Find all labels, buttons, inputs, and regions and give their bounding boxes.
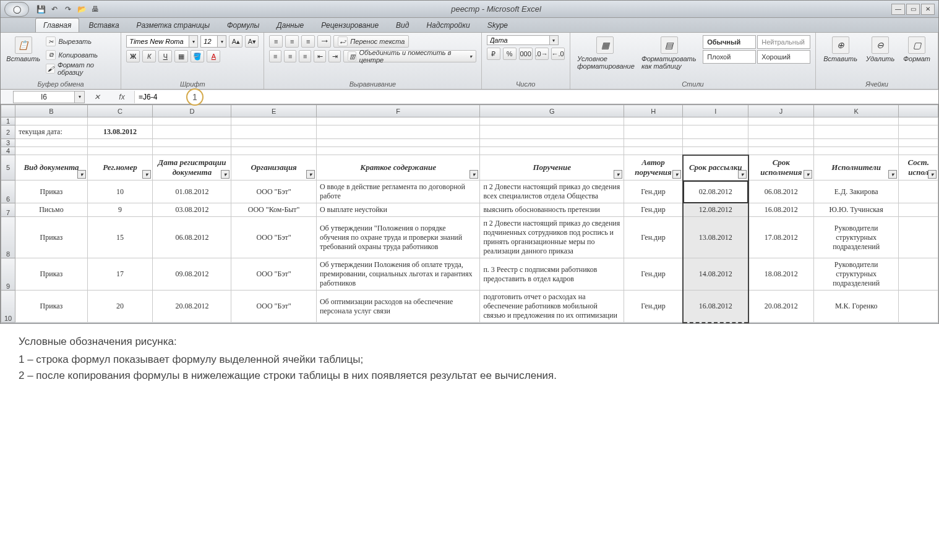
column-header[interactable]: K: [813, 105, 899, 117]
row-header[interactable]: 6: [1, 180, 15, 203]
cell[interactable]: [624, 117, 683, 125]
cell[interactable]: ООО "Ком-Быт": [231, 203, 317, 217]
format-cells-button[interactable]: ▢Формат: [901, 35, 933, 64]
table-header[interactable]: Дата регистрации документа▾: [153, 155, 231, 180]
cell[interactable]: [153, 139, 231, 147]
fill-color-button[interactable]: 🪣: [191, 50, 204, 62]
cell[interactable]: 18.08.2012: [748, 258, 814, 291]
align-middle-button[interactable]: ≡: [285, 35, 299, 48]
align-right-button[interactable]: ≡: [299, 50, 311, 62]
minimize-button[interactable]: —: [891, 4, 905, 15]
cell[interactable]: [153, 117, 231, 125]
decrease-font-button[interactable]: A▾: [245, 35, 259, 48]
column-header[interactable]: C: [87, 105, 153, 117]
cell[interactable]: Руководители структурных подразделений: [813, 258, 899, 291]
cell[interactable]: [480, 117, 624, 125]
cell[interactable]: [748, 125, 814, 139]
column-header[interactable]: I: [683, 105, 748, 117]
column-header[interactable]: E: [231, 105, 317, 117]
row-header[interactable]: 3: [1, 139, 15, 147]
qat-redo[interactable]: ↷: [62, 4, 74, 15]
cell[interactable]: [15, 139, 87, 147]
filter-icon[interactable]: ▾: [672, 170, 681, 179]
filter-icon[interactable]: ▾: [614, 170, 622, 179]
cell[interactable]: Приказ: [15, 291, 87, 323]
cell[interactable]: Ген.дир: [624, 258, 683, 291]
font-size-combo[interactable]: ▾: [200, 35, 226, 48]
cell[interactable]: М.К. Горенко: [813, 291, 899, 323]
cell[interactable]: 20.08.2012: [153, 291, 231, 323]
align-center-button[interactable]: ≡: [284, 50, 296, 62]
cell[interactable]: 17: [87, 258, 153, 291]
cell[interactable]: [813, 147, 899, 155]
cell[interactable]: 17.08.2012: [748, 217, 814, 258]
cell[interactable]: [153, 125, 231, 139]
cell[interactable]: [480, 139, 624, 147]
cell[interactable]: п 2 Довести настоящий приказ до сведения…: [480, 217, 624, 258]
column-header[interactable]: F: [316, 105, 479, 117]
style-neutral[interactable]: Нейтральный: [757, 35, 810, 49]
cell[interactable]: О выплате неустойки: [316, 203, 479, 217]
cell[interactable]: [231, 117, 317, 125]
tab-review[interactable]: Рецензирование: [313, 18, 387, 32]
cell[interactable]: подготовить отчет о расходах на обеспече…: [480, 291, 624, 323]
cell[interactable]: 12.08.2012: [683, 203, 748, 217]
cell[interactable]: Письмо: [15, 203, 87, 217]
tab-page-layout[interactable]: Разметка страницы: [129, 18, 218, 32]
cell[interactable]: О вводе в действие регламента по договор…: [316, 180, 479, 203]
cell[interactable]: 06.08.2012: [153, 217, 231, 258]
style-normal[interactable]: Обычный: [703, 35, 756, 49]
decrease-decimal-button[interactable]: ←.0: [551, 48, 565, 60]
row-header[interactable]: 1: [1, 117, 15, 125]
cell[interactable]: 14.08.2012: [683, 258, 748, 291]
format-as-table-button[interactable]: ▤Форматировать как таблицу: [639, 35, 699, 71]
cell[interactable]: 02.08.2012: [683, 180, 748, 203]
cell[interactable]: 13.08.2012: [87, 125, 153, 139]
comma-button[interactable]: 000: [519, 48, 533, 60]
cell[interactable]: [683, 125, 748, 139]
table-header[interactable]: Автор поручения▾: [624, 155, 683, 180]
style-good[interactable]: Хороший: [757, 50, 810, 64]
bold-button[interactable]: Ж: [126, 50, 140, 62]
cell[interactable]: [683, 147, 748, 155]
copy-button[interactable]: ⧉Копировать: [45, 49, 116, 61]
column-header[interactable]: H: [624, 105, 683, 117]
tab-view[interactable]: Вид: [388, 18, 417, 32]
cell[interactable]: Приказ: [15, 258, 87, 291]
cell[interactable]: [480, 125, 624, 139]
cell[interactable]: [899, 291, 938, 323]
merge-center-button[interactable]: ▥Объединить и поместить в центре▾: [343, 50, 476, 62]
cell[interactable]: 13.08.2012: [683, 217, 748, 258]
cell[interactable]: [683, 117, 748, 125]
cell[interactable]: [15, 117, 87, 125]
tab-home[interactable]: Главная: [35, 18, 79, 32]
qat-open[interactable]: 📂: [76, 4, 87, 15]
cell[interactable]: Приказ: [15, 180, 87, 203]
tab-formulas[interactable]: Формулы: [219, 18, 267, 32]
cell[interactable]: [813, 117, 899, 125]
conditional-formatting-button[interactable]: ▦Условное форматирование: [575, 35, 635, 71]
cell[interactable]: 15: [87, 217, 153, 258]
cell[interactable]: 16.08.2012: [748, 203, 814, 217]
cell[interactable]: Ген.дир: [624, 203, 683, 217]
cell[interactable]: Ю.Ю. Тучинская: [813, 203, 899, 217]
fx-button[interactable]: fx: [113, 91, 131, 103]
cell[interactable]: Об оптимизации расходов на обеспечение п…: [316, 291, 479, 323]
format-painter-button[interactable]: 🖌Формат по образцу: [45, 62, 116, 75]
cell[interactable]: [624, 139, 683, 147]
cell[interactable]: п. 3 Реестр с подписями работников предо…: [480, 258, 624, 291]
cancel-formula-button[interactable]: ✕: [88, 91, 106, 103]
cell[interactable]: [899, 180, 938, 203]
cell[interactable]: [231, 139, 317, 147]
cell[interactable]: [87, 139, 153, 147]
filter-icon[interactable]: ▾: [306, 170, 315, 179]
cell[interactable]: [683, 139, 748, 147]
cell[interactable]: выяснить обоснованность претензии: [480, 203, 624, 217]
table-header[interactable]: Срок исполнения▾: [748, 155, 814, 180]
cell[interactable]: [153, 147, 231, 155]
cell[interactable]: ООО "Бэт": [231, 217, 317, 258]
cell[interactable]: [480, 147, 624, 155]
font-name-combo[interactable]: ▾: [126, 35, 198, 48]
cell[interactable]: 9: [87, 203, 153, 217]
cell[interactable]: [15, 147, 87, 155]
